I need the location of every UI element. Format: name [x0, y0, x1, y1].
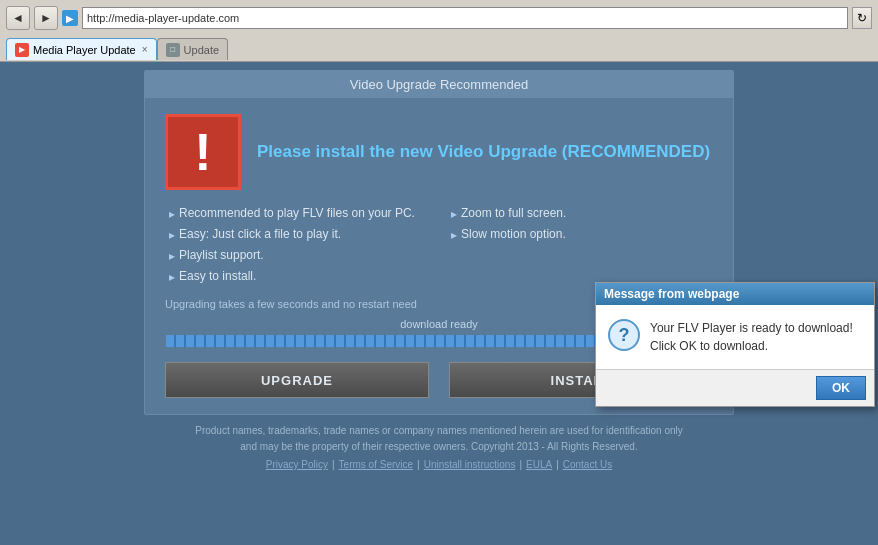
eula-link[interactable]: EULA	[526, 457, 552, 473]
tab1-close[interactable]: ×	[142, 44, 148, 55]
feature-5: ▸ Playlist support.	[169, 248, 431, 263]
tab1-favicon: ▶	[15, 43, 29, 57]
warning-icon-box: !	[165, 114, 241, 190]
footer-disclaimer: Product names, trademarks, trade names o…	[195, 423, 682, 455]
tab1-label: Media Player Update	[33, 44, 136, 56]
footer: Product names, trademarks, trade names o…	[195, 423, 682, 473]
privacy-policy-link[interactable]: Privacy Policy	[266, 457, 328, 473]
card-headline: Please install the new Video Upgrade (RE…	[257, 142, 710, 162]
refresh-button[interactable]: ↻	[852, 7, 872, 29]
feature-1: ▸ Recommended to play FLV files on your …	[169, 206, 431, 221]
feature-4-text: Slow motion option.	[461, 227, 566, 241]
headline-rec: (RECOMMENDED)	[562, 142, 710, 161]
feature-3-text: Easy: Just click a file to play it.	[179, 227, 341, 241]
contact-us-link[interactable]: Contact Us	[563, 457, 612, 473]
footer-links: Privacy Policy | Terms of Service | Unin…	[195, 457, 682, 473]
bullet-6: ▸	[169, 270, 175, 284]
address-bar[interactable]	[82, 7, 848, 29]
feature-4: ▸ Slow motion option.	[451, 227, 713, 242]
bullet-3: ▸	[169, 228, 175, 242]
warning-icon: !	[194, 126, 211, 178]
upgrade-button[interactable]: UPGRADE	[165, 362, 429, 398]
forward-button[interactable]: ►	[34, 6, 58, 30]
feature-placeholder	[451, 248, 713, 263]
card-headline-container: Please install the new Video Upgrade (RE…	[257, 142, 710, 162]
tab2-label: Update	[184, 44, 219, 56]
tab2-favicon: □	[166, 43, 180, 57]
tab-media-player[interactable]: ▶ Media Player Update ×	[6, 38, 157, 60]
feature-2: ▸ Zoom to full screen.	[451, 206, 713, 221]
back-button[interactable]: ◄	[6, 6, 30, 30]
uninstall-instructions-link[interactable]: Uninstall instructions	[424, 457, 516, 473]
popup-footer: OK	[596, 369, 874, 406]
bullet-5: ▸	[169, 249, 175, 263]
feature-6-text: Easy to install.	[179, 269, 256, 283]
card-title: Video Upgrade Recommended	[145, 71, 733, 98]
feature-1-text: Recommended to play FLV files on your PC…	[179, 206, 415, 220]
feature-2-text: Zoom to full screen.	[461, 206, 566, 220]
feature-3: ▸ Easy: Just click a file to play it.	[169, 227, 431, 242]
page-favicon: ▶	[62, 10, 78, 26]
tabs-row: ▶ Media Player Update × □ Update	[0, 32, 878, 60]
popup-title-bar: Message from webpage	[596, 283, 874, 305]
headline-text: Please install the new Video Upgrade	[257, 142, 557, 161]
popup-title-text: Message from webpage	[604, 287, 739, 301]
popup-dialog: Message from webpage ? Your FLV Player i…	[595, 282, 875, 407]
bullet-4: ▸	[451, 228, 457, 242]
bullet-1: ▸	[169, 207, 175, 221]
popup-body: ? Your FLV Player is ready to download!C…	[596, 305, 874, 369]
popup-question-icon: ?	[608, 319, 640, 351]
feature-6: ▸ Easy to install.	[169, 269, 431, 284]
terms-of-service-link[interactable]: Terms of Service	[339, 457, 413, 473]
features-grid: ▸ Recommended to play FLV files on your …	[165, 206, 713, 284]
tab-update[interactable]: □ Update	[157, 38, 228, 60]
browser-chrome: ◄ ► ▶ ↻ ▶ Media Player Update × □ Update	[0, 0, 878, 62]
popup-ok-button[interactable]: OK	[816, 376, 866, 400]
popup-message: Your FLV Player is ready to download!Cli…	[650, 319, 853, 355]
feature-5-text: Playlist support.	[179, 248, 264, 262]
page-content: Video Upgrade Recommended ! Please insta…	[0, 62, 878, 545]
browser-toolbar: ◄ ► ▶ ↻	[0, 0, 878, 32]
bullet-2: ▸	[451, 207, 457, 221]
card-header-row: ! Please install the new Video Upgrade (…	[165, 114, 713, 190]
